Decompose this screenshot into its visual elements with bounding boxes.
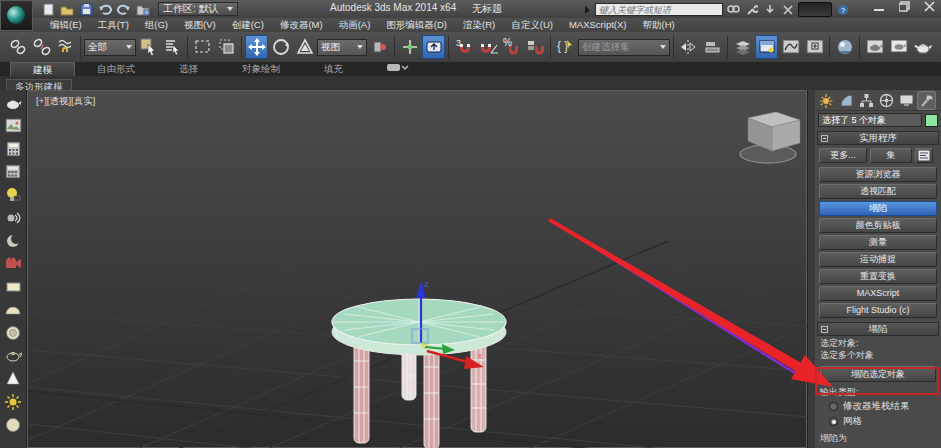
tab-modify-icon[interactable]	[837, 91, 856, 110]
utility-color-clipboard[interactable]: 颜色剪贴板	[819, 218, 937, 233]
select-object-icon[interactable]	[137, 35, 160, 59]
select-manipulate-icon[interactable]	[398, 35, 421, 59]
utilities-rollout-header[interactable]: 实用程序	[817, 131, 939, 145]
restore-button[interactable]	[899, 1, 910, 12]
dome-primitive-icon[interactable]	[2, 299, 24, 320]
utility-collapse[interactable]: 塌陷	[819, 201, 937, 216]
utility-maxscript[interactable]: MAXScript	[819, 286, 937, 301]
search-icon[interactable]	[726, 3, 741, 16]
ring-primitive-icon[interactable]	[2, 322, 24, 343]
workspace-selector[interactable]: 工作区: 默认	[158, 2, 238, 16]
audio-icon[interactable]	[2, 207, 24, 228]
named-selection-set-dropdown[interactable]: 创建选择集	[578, 39, 670, 56]
utility-motion-capture[interactable]: 运动捕捉	[819, 252, 937, 267]
layer-manager-icon[interactable]	[731, 35, 754, 59]
selection-region-icon[interactable]	[191, 35, 214, 59]
material-editor-icon[interactable]	[833, 35, 856, 59]
ribbon-tab-selection[interactable]: 选择	[157, 62, 220, 76]
ribbon-toggle-icon[interactable]	[755, 35, 778, 59]
sun-icon[interactable]	[2, 391, 24, 412]
ribbon-tab-modeling[interactable]: 建模	[10, 62, 75, 76]
help-icon[interactable]: ?	[835, 3, 850, 16]
mirror-icon[interactable]	[677, 35, 700, 59]
expand-arrow-icon[interactable]	[584, 5, 592, 15]
menu-maxscript[interactable]: MAXScript(X)	[561, 18, 635, 32]
object-color-swatch[interactable]	[925, 114, 938, 127]
select-scale-icon[interactable]	[293, 35, 316, 59]
close-button[interactable]	[924, 1, 935, 12]
render-production-icon[interactable]	[911, 35, 934, 59]
menu-create[interactable]: 创建(C)	[224, 18, 272, 32]
tab-create-icon[interactable]	[817, 91, 836, 110]
collapse-rollout-header[interactable]: 塌陷	[817, 322, 939, 336]
ribbon-tab-populate[interactable]: 填充	[302, 62, 365, 76]
ribbon-tab-object-paint[interactable]: 对象绘制	[220, 62, 302, 76]
utility-flight-studio[interactable]: Flight Studio (c)	[819, 303, 937, 318]
menu-tools[interactable]: 工具(T)	[90, 18, 137, 32]
ribbon-tab-freeform[interactable]: 自由形式	[75, 62, 157, 76]
bind-spacewarp-icon[interactable]	[54, 35, 77, 59]
reference-coordinate-dropdown[interactable]: 视图	[317, 39, 367, 56]
project-folder-icon[interactable]	[135, 2, 151, 16]
menu-customize[interactable]: 自定义(U)	[503, 18, 561, 32]
menu-modifiers[interactable]: 修改器(M)	[272, 18, 331, 32]
utility-measure[interactable]: 测量	[819, 235, 937, 250]
menu-edit[interactable]: 编辑(E)	[42, 18, 90, 32]
collapse-selected-button[interactable]: 塌陷选定对象	[820, 366, 936, 382]
app-logo-button[interactable]	[0, 0, 33, 31]
redo-icon[interactable]	[116, 2, 132, 16]
utilities-window-icon[interactable]	[915, 148, 933, 163]
cone-primitive-icon[interactable]	[2, 368, 24, 389]
lightbulb-icon[interactable]	[2, 184, 24, 205]
plane-primitive-icon[interactable]	[2, 276, 24, 297]
image-window-icon[interactable]	[2, 115, 24, 136]
select-rotate-icon[interactable]	[269, 35, 292, 59]
more-button[interactable]: 更多...	[819, 148, 867, 163]
menu-animation[interactable]: 动画(A)	[331, 18, 379, 32]
select-link-icon[interactable]	[6, 35, 29, 59]
open-file-icon[interactable]	[59, 2, 75, 16]
angle-snap-icon[interactable]	[476, 35, 499, 59]
camera-icon[interactable]	[2, 253, 24, 274]
tab-utilities-icon[interactable]	[917, 91, 936, 110]
keyboard-override-icon[interactable]	[422, 35, 445, 59]
sphere-primitive-icon[interactable]	[2, 414, 24, 435]
select-move-icon[interactable]	[245, 35, 268, 59]
undo-icon[interactable]	[97, 2, 113, 16]
select-by-name-icon[interactable]	[161, 35, 184, 59]
radio-selected-icon[interactable]	[829, 417, 838, 426]
save-file-icon[interactable]	[78, 2, 94, 16]
tab-motion-icon[interactable]	[877, 91, 896, 110]
utility-reset-xform[interactable]: 重置变换	[819, 269, 937, 284]
unlink-icon[interactable]	[30, 35, 53, 59]
menu-help[interactable]: 帮助(H)	[634, 18, 682, 32]
radio-mesh-row[interactable]: 网格	[815, 413, 941, 428]
radio-unselected-icon[interactable]	[829, 402, 838, 411]
align-icon[interactable]	[701, 35, 724, 59]
edit-named-sets-icon[interactable]: { }	[554, 35, 577, 59]
new-file-icon[interactable]	[40, 2, 56, 16]
use-pivot-center-icon[interactable]	[368, 35, 391, 59]
viewport-label[interactable]: [+][透视][真实]	[36, 95, 95, 106]
calculator-icon[interactable]	[2, 138, 24, 159]
spinner-snap-icon[interactable]	[524, 35, 547, 59]
minimize-button[interactable]	[874, 1, 885, 12]
curve-editor-icon[interactable]	[779, 35, 802, 59]
menu-rendering[interactable]: 渲染(R)	[455, 18, 503, 32]
perspective-viewport[interactable]: Z X [+][透视][真实]	[27, 90, 807, 448]
panel-scroll-strip[interactable]	[807, 90, 815, 448]
teapot-icon[interactable]	[2, 92, 24, 113]
tab-display-icon[interactable]	[897, 91, 916, 110]
selection-status-field[interactable]: 选择了 5 个对象	[818, 113, 922, 127]
rendered-frame-icon[interactable]	[887, 35, 910, 59]
tab-hierarchy-icon[interactable]	[857, 91, 876, 110]
close-small-icon[interactable]	[780, 3, 795, 16]
render-setup-icon[interactable]	[863, 35, 886, 59]
calculator-alt-icon[interactable]	[2, 161, 24, 182]
menu-views[interactable]: 视图(V)	[176, 18, 224, 32]
selection-filter-dropdown[interactable]: 全部	[84, 39, 136, 56]
sets-button[interactable]: 集	[870, 148, 912, 163]
ribbon-options-icon[interactable]	[365, 62, 431, 76]
utility-asset-browser[interactable]: 资源浏览器	[819, 167, 937, 182]
menu-group[interactable]: 组(G)	[137, 18, 176, 32]
